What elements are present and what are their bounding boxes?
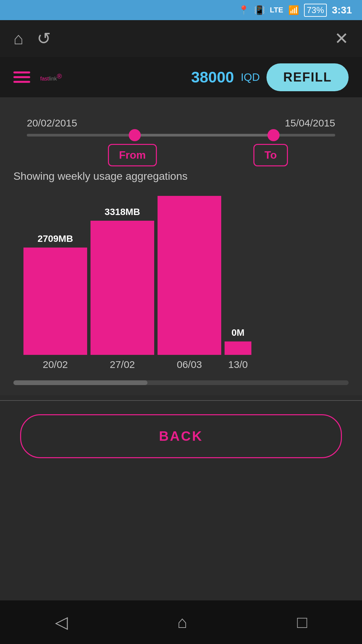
bottom-divider [0,400,362,401]
bar-date-label: 06/03 [177,359,202,370]
close-nav-icon[interactable]: ✕ [335,29,349,48]
balance-unit: IQD [241,71,260,84]
bar-rect [158,196,221,355]
back-android-icon[interactable]: ◁ [55,612,68,632]
scrollbar-thumb [13,380,147,385]
nav-bar: ⌂ ↺ ✕ [0,20,362,57]
logo-registered-icon: ® [57,72,62,80]
back-button-container: BACK [0,414,362,472]
bar-chart: 2709MB20/023318MB27/027782MB06/030M13/0 [13,196,349,370]
refill-button[interactable]: REFILL [266,63,349,91]
bar-value-label: 0M [232,327,245,338]
bar-date-label: 20/02 [43,359,68,370]
hamburger-line-2 [13,76,30,78]
bar-group: 3318MB27/02 [90,207,154,370]
date-labels: 20/02/2015 15/04/2015 [27,117,335,129]
slider-thumb-to[interactable] [267,129,280,141]
status-icons: 📍 📳 LTE 📶 73% 3:31 [238,4,352,17]
bar-value-label: 2709MB [38,233,73,244]
bar-group: 2709MB20/02 [23,233,87,370]
home-android-icon[interactable]: ⌂ [177,612,187,632]
nav-left: ⌂ ↺ [13,29,51,48]
status-time: 3:31 [332,4,352,16]
chart-area[interactable]: 2709MB20/023318MB27/027782MB06/030M13/0 [13,196,349,374]
chart-scrollbar[interactable] [13,380,349,385]
slider-thumb-from[interactable] [129,129,141,141]
bar-value-label: 3318MB [105,207,140,217]
bar-date-label: 27/02 [110,359,135,370]
fastlink-logo: fastlink® [40,72,62,82]
lte-icon: LTE [270,6,283,14]
hamburger-line-3 [13,81,30,83]
hamburger-menu[interactable] [13,71,30,83]
to-date-label: 15/04/2015 [285,117,335,129]
logo-fast-text: fast [40,76,49,82]
signal-icon: 📶 [288,5,299,15]
bar-group: 0M13/0 [225,327,251,370]
vibrate-icon: 📳 [254,5,265,15]
logo-link-text: link [49,76,57,82]
battery-indicator: 73% [304,4,327,17]
location-icon: 📍 [238,5,249,15]
to-label-badge: To [253,144,288,166]
from-label-badge: From [108,144,157,166]
app-header: fastlink® 38000 IQD REFILL [0,57,362,97]
usage-aggregation-text: Showing weekly usage aggregations [13,170,349,182]
slider-track[interactable]: From To [27,134,335,137]
home-nav-icon[interactable]: ⌂ [13,29,23,48]
back-button[interactable]: BACK [20,414,342,458]
slider-fill [135,134,274,137]
header-left: fastlink® [13,71,62,83]
bar-group: 7782MB06/03 [158,196,221,370]
bar-rect [90,221,154,355]
refresh-nav-icon[interactable]: ↺ [37,29,51,48]
hamburger-line-1 [13,71,30,73]
bar-rect [225,341,251,355]
bottom-navigation: ◁ ⌂ □ [0,600,362,644]
bar-rect [23,248,87,355]
bar-date-label: 13/0 [228,359,248,370]
from-date-label: 20/02/2015 [27,117,77,129]
date-range-slider: 20/02/2015 15/04/2015 From To [13,111,349,163]
header-right: 38000 IQD REFILL [191,63,349,91]
balance-amount: 38000 [191,68,234,86]
main-content: 20/02/2015 15/04/2015 From To Showing we… [0,97,362,395]
status-bar: 📍 📳 LTE 📶 73% 3:31 [0,0,362,20]
recents-android-icon[interactable]: □ [297,612,307,632]
